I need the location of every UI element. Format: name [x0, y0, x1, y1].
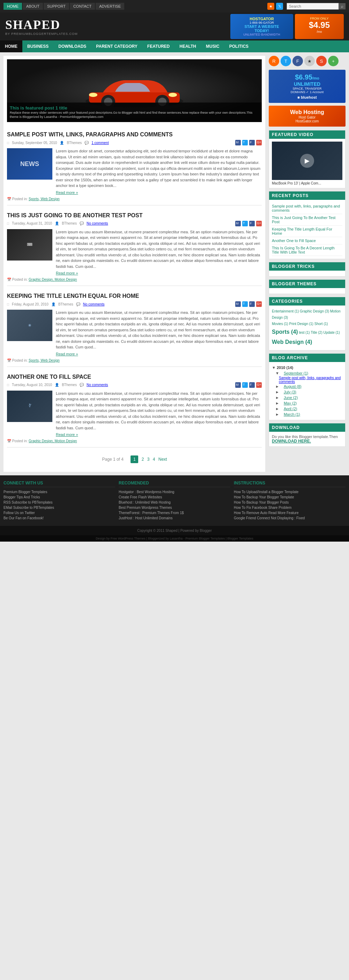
- sidebar-twitter-btn[interactable]: T: [280, 56, 291, 66]
- archive-aug-toggle[interactable]: ►: [276, 384, 279, 388]
- sidebar-star-btn[interactable]: ★: [304, 56, 315, 66]
- post3-share-twitter[interactable]: T: [242, 301, 248, 307]
- archive-mar-toggle[interactable]: ►: [276, 412, 279, 417]
- video-thumbnail[interactable]: ▶: [272, 142, 343, 180]
- post2-share-email[interactable]: M: [235, 221, 241, 226]
- mainnav-music[interactable]: MUSIC: [201, 40, 225, 52]
- footer-inst-3[interactable]: How To Backup Your Blogger Posts: [234, 500, 346, 505]
- sidebar-rss-btn[interactable]: R: [269, 56, 279, 66]
- footer-connect-6[interactable]: Be Our Fan on Facebook!: [3, 515, 115, 521]
- share-email[interactable]: M: [235, 140, 241, 145]
- topnav-home[interactable]: HOME: [3, 3, 22, 10]
- post-3-comments[interactable]: No comments: [83, 302, 105, 306]
- post4-share-facebook[interactable]: F: [249, 382, 255, 388]
- post4-share-gplus[interactable]: G+: [256, 382, 262, 388]
- footer-connect-5[interactable]: Follow Us on Twitter: [3, 510, 115, 515]
- archive-sep-toggle[interactable]: ▼: [276, 371, 279, 375]
- post-3-read-more[interactable]: Read more »: [56, 352, 78, 356]
- archive-jul-link[interactable]: July (3): [280, 390, 296, 394]
- recent-post-2[interactable]: This is Just Going To Be Another Test Po…: [272, 214, 343, 226]
- page-3-link[interactable]: 3: [147, 457, 150, 462]
- download-link[interactable]: DOWNLOAD HERE.: [272, 439, 311, 444]
- page-2-link[interactable]: 2: [142, 457, 144, 462]
- cat-movies[interactable]: Movies (1): [272, 322, 288, 326]
- post-1-categories[interactable]: Sports, Web Design: [29, 197, 60, 201]
- mainnav-featured[interactable]: FEATURED: [142, 40, 174, 52]
- topnav-advertise[interactable]: ADVERTISE: [96, 3, 124, 10]
- topnav-about[interactable]: ABOUT: [23, 3, 43, 10]
- archive-aug-link[interactable]: August (8): [280, 384, 301, 388]
- sidebar-facebook-btn[interactable]: F: [292, 56, 303, 66]
- price-banner[interactable]: FROM ONLY $4.95 /mo: [295, 14, 344, 39]
- post2-share-twitter[interactable]: T: [242, 221, 248, 226]
- footer-connect-2[interactable]: Blogger Tips And Tricks: [3, 495, 115, 500]
- recent-post-4[interactable]: Another One to Fill Space: [272, 237, 343, 245]
- post3-share-gplus[interactable]: G+: [256, 301, 262, 307]
- search-input[interactable]: [287, 3, 339, 10]
- footer-inst-1[interactable]: How To Upload/Install a Blogger Template: [234, 489, 346, 495]
- archive-apr-link[interactable]: April (2): [280, 407, 297, 411]
- post3-share-email[interactable]: M: [235, 301, 241, 307]
- mainnav-parent-category[interactable]: PARENT CATEGORY: [91, 40, 142, 52]
- sidebar-hostgator-banner[interactable]: Web Hosting Host Gator HostGator.com: [269, 106, 346, 127]
- footer-rec-5[interactable]: ThemeForest : Premium Themes From 1$: [119, 510, 230, 515]
- footer-rec-2[interactable]: Create Free Flash Websites: [119, 495, 230, 500]
- post-2-categories[interactable]: Graphic Design, Motion Design: [29, 278, 77, 282]
- post-1-comments[interactable]: 1 comment: [91, 141, 108, 145]
- recent-post-3[interactable]: Keeping The Title Length Equal For Home: [272, 226, 343, 237]
- hostgator-banner[interactable]: HOSTGATOR 1-866-96-GATOR START A WEBSITE…: [230, 14, 293, 39]
- footer-inst-4[interactable]: How To Fix Facebook Share Problem: [234, 505, 346, 510]
- share-gplus[interactable]: G+: [256, 140, 262, 145]
- cat-short[interactable]: Short (1): [314, 322, 328, 326]
- topnav-support[interactable]: SUPPORT: [44, 3, 69, 10]
- post3-share-facebook[interactable]: F: [249, 301, 255, 307]
- mainnav-downloads[interactable]: DOWNLOADS: [53, 40, 91, 52]
- archive-jul-toggle[interactable]: ►: [276, 390, 279, 394]
- post4-share-twitter[interactable]: T: [242, 382, 248, 388]
- post2-share-gplus[interactable]: G+: [256, 221, 262, 226]
- footer-rec-4[interactable]: Best Premium Wordpress Themes: [119, 505, 230, 510]
- footer-rec-3[interactable]: Bluehost : Unlimited Web Hosting: [119, 500, 230, 505]
- cat-entertainment[interactable]: Entertainment (1): [272, 309, 299, 313]
- mainnav-home[interactable]: HOME: [0, 40, 22, 52]
- post-4-categories[interactable]: Graphic Design, Motion Design: [29, 439, 77, 443]
- share-twitter[interactable]: T: [242, 140, 248, 145]
- recent-post-1[interactable]: Sample post with, links, paragraphs and …: [272, 203, 343, 214]
- cat-test[interactable]: test (1): [299, 331, 309, 334]
- page-1-link[interactable]: 1: [131, 455, 138, 463]
- recent-post-5[interactable]: This Is Going To Be A Decent Length Titl…: [272, 245, 343, 256]
- footer-connect-3[interactable]: RSS Subscribe to PBTemplates: [3, 500, 115, 505]
- pagination-next[interactable]: Next: [158, 457, 167, 462]
- post-4-comments[interactable]: No comments: [86, 383, 108, 387]
- footer-rec-6[interactable]: JustHost : Host Unlimited Domains: [119, 515, 230, 521]
- mainnav-politics[interactable]: POLITICS: [225, 40, 253, 52]
- cat-update[interactable]: Update (1): [324, 331, 340, 334]
- footer-inst-5[interactable]: How To Remove Auto Read More Feature: [234, 510, 346, 515]
- rss-icon[interactable]: ★: [267, 3, 274, 10]
- archive-apr-toggle[interactable]: ►: [276, 407, 279, 411]
- cat-title[interactable]: Title (2): [311, 331, 322, 334]
- archive-sep-link[interactable]: September (1): [280, 371, 308, 375]
- archive-may-link[interactable]: May (2): [280, 401, 296, 405]
- post2-share-facebook[interactable]: F: [249, 221, 255, 226]
- archive-may-toggle[interactable]: ►: [276, 401, 279, 405]
- footer-connect-1[interactable]: Premium Blogger Templates: [3, 489, 115, 495]
- search-button[interactable]: ⌕: [339, 3, 346, 10]
- archive-2010-toggle[interactable]: ▼: [272, 366, 276, 370]
- sidebar-green-btn[interactable]: +: [328, 56, 338, 66]
- play-button[interactable]: ▶: [300, 154, 314, 168]
- cat-graphic-design[interactable]: Graphic Design (3): [300, 309, 329, 313]
- post-2-comments[interactable]: No comments: [86, 221, 108, 225]
- cat-print-design[interactable]: Print Design (1): [289, 322, 313, 326]
- footer-inst-6[interactable]: Google Friend Connect Not Displaying : F…: [234, 515, 346, 521]
- share-facebook[interactable]: F: [249, 140, 255, 145]
- sidebar-bluehost-banner[interactable]: $6.95/mo UNLIMITED SPACE, TRANSFER DOMAI…: [269, 70, 346, 103]
- post-3-categories[interactable]: Sports, Web Design: [29, 358, 60, 362]
- page-4-link[interactable]: 4: [153, 457, 155, 462]
- footer-connect-4[interactable]: EMail Subscribe to PBTemplates: [3, 505, 115, 510]
- mainnav-health[interactable]: HEALTH: [174, 40, 201, 52]
- post-2-read-more[interactable]: Read more »: [56, 271, 78, 275]
- post-1-read-more[interactable]: Read more »: [56, 191, 78, 195]
- footer-inst-2[interactable]: How To Backup Your Blogger Template: [234, 495, 346, 500]
- archive-sep-post-1[interactable]: Sample post with, links, paragraphs and …: [279, 376, 341, 383]
